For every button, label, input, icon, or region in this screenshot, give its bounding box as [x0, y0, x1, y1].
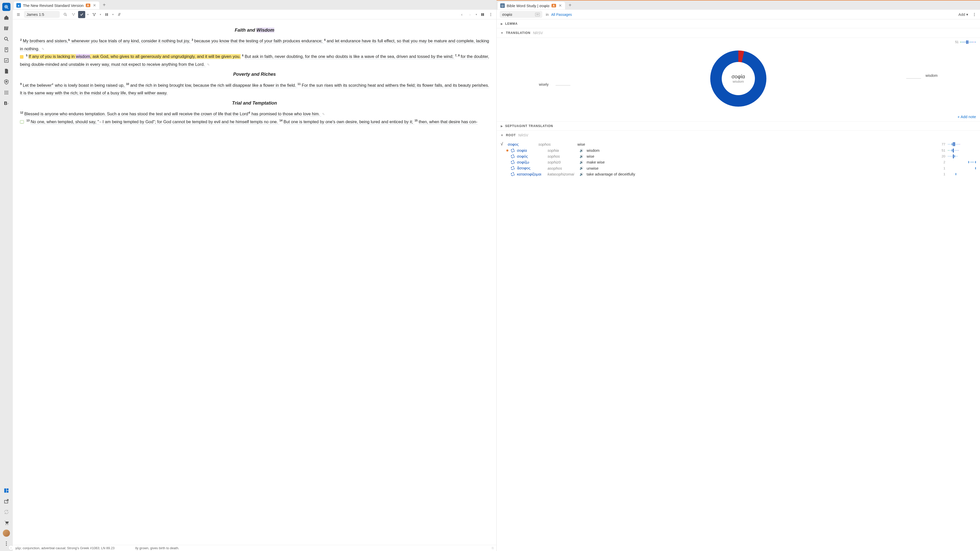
note-flag-icon[interactable]: [20, 55, 24, 59]
sync-icon[interactable]: [2, 508, 11, 516]
section-heading-1: Faith and Wisdom: [20, 26, 489, 35]
search-icon[interactable]: [2, 35, 11, 43]
user-avatar[interactable]: [3, 530, 10, 537]
reference-input[interactable]: James 1:5: [24, 11, 60, 18]
svg-point-8: [5, 91, 6, 92]
root-row[interactable]: σοφός sophos 🔊 wise 20: [501, 153, 976, 159]
check-caret[interactable]: ▾: [86, 13, 89, 16]
svg-point-42: [974, 15, 975, 16]
passages-link[interactable]: All Passages: [551, 13, 572, 17]
split-icon[interactable]: [479, 11, 486, 18]
branch-icon[interactable]: [91, 11, 98, 18]
svg-rect-3: [7, 26, 8, 30]
ring-icon: [511, 166, 514, 170]
tab-badge: A: [86, 3, 90, 7]
verse-paragraph-2[interactable]: 9 Let the believerc who is lowly boast i…: [20, 81, 489, 97]
svg-rect-20: [5, 500, 8, 503]
add-button[interactable]: Add ▾: [957, 12, 970, 17]
panel-menu-icon[interactable]: [15, 11, 22, 18]
donut-greek: σοφία: [732, 74, 745, 79]
svg-rect-18: [6, 489, 8, 490]
svg-point-12: [6, 92, 7, 93]
verse-paragraph-1[interactable]: 2 My brothers and sisters,b whenever you…: [20, 37, 489, 68]
apps-icon[interactable]: [2, 89, 11, 97]
visual-filter-icon[interactable]: [70, 11, 77, 18]
nav-caret[interactable]: ▾: [475, 13, 478, 16]
ring-icon: [511, 172, 514, 176]
sound-icon[interactable]: 🔊: [579, 149, 584, 152]
panel-more-icon[interactable]: [487, 11, 494, 18]
sound-icon[interactable]: 🔊: [579, 155, 584, 158]
sound-icon[interactable]: 🔊: [579, 160, 584, 164]
parallel-icon[interactable]: //: [116, 11, 123, 18]
panel-more-icon[interactable]: [971, 11, 978, 18]
app-logo-icon[interactable]: [2, 3, 11, 11]
left-toolbar: James 1:5 ▾ ▾ ▾ // ‹ › ▾: [13, 10, 496, 19]
bible-content: Faith and Wisdom 2 My brothers and siste…: [13, 19, 496, 551]
tab-close[interactable]: ✕: [92, 3, 97, 8]
blocked-icon[interactable]: [2, 78, 11, 86]
svg-point-14: [5, 94, 6, 95]
section-root[interactable]: ▼ ROOT NRSV: [496, 130, 980, 140]
svg-point-11: [5, 92, 6, 93]
root-row[interactable]: ἄσοφος asophos 🔊 unwise 1: [501, 165, 976, 171]
svg-point-22: [7, 524, 8, 525]
donut-label-wisely[interactable]: wisely: [539, 83, 549, 86]
verse-paragraph-3[interactable]: 12 Blessed is anyone who endures temptat…: [20, 110, 489, 125]
word-input[interactable]: σοφία⌨: [500, 11, 542, 18]
tasks-icon[interactable]: [2, 56, 11, 65]
columns-caret[interactable]: ▾: [111, 13, 115, 16]
add-tab[interactable]: +: [565, 2, 575, 8]
pen-icon[interactable]: ✎: [41, 47, 45, 51]
toolbar-search-icon[interactable]: [62, 11, 69, 18]
active-dot-icon: [506, 149, 508, 151]
study-icon: ◎: [500, 3, 505, 8]
comment-icon[interactable]: [20, 120, 24, 124]
sound-icon[interactable]: 🔊: [579, 172, 584, 176]
columns-icon[interactable]: [103, 11, 110, 18]
reference-icon[interactable]: [2, 46, 11, 54]
svg-point-30: [93, 13, 94, 14]
tab-nrsv[interactable]: ▲ The New Revised Standard Version A ✕: [14, 2, 99, 9]
root-list: √ σοφος sophos wise 77 σοφία sophia 🔊: [496, 140, 980, 180]
donut-label-wisdom[interactable]: wisdom: [926, 73, 938, 78]
bible-panel: ▲ The New Revised Standard Version A ✕ +…: [13, 0, 496, 551]
translation-donut[interactable]: wisely σοφία wisdom wisdom: [501, 40, 976, 117]
nav-back-icon[interactable]: ‹: [458, 11, 466, 18]
svg-point-23: [6, 541, 7, 543]
svg-point-10: [7, 91, 8, 92]
pen-icon-2[interactable]: ✎: [207, 63, 210, 67]
sound-icon[interactable]: 🔊: [579, 166, 584, 170]
inline-check-icon[interactable]: [78, 11, 85, 18]
branch-caret[interactable]: ▾: [99, 13, 102, 16]
tab-close[interactable]: ✕: [558, 3, 563, 8]
library-icon[interactable]: [2, 24, 11, 32]
document-icon[interactable]: [2, 67, 11, 75]
root-row[interactable]: √ σοφος sophos wise 77: [501, 141, 976, 148]
root-row[interactable]: σοφία sophia 🔊 wisdom 51: [501, 148, 976, 153]
keyboard-icon[interactable]: ⌨: [535, 13, 540, 16]
add-note-link[interactable]: + Add note: [958, 114, 976, 119]
section-translation[interactable]: ▼ TRANSLATION NRSV: [496, 28, 980, 38]
cart-icon[interactable]: [2, 519, 11, 527]
svg-point-4: [5, 37, 7, 40]
home-icon[interactable]: [2, 14, 11, 22]
right-tabbar: ◎ Bible Word Study | σοφία A ✕ +: [496, 0, 980, 10]
tab-word-study[interactable]: ◎ Bible Word Study | σοφία A ✕: [498, 2, 565, 10]
app-sidebar: B› ›: [0, 0, 13, 551]
root-row[interactable]: κατασοφίζομαι katasophizomai 🔊 take adva…: [501, 171, 976, 177]
donut-english: wisdom: [732, 79, 745, 83]
section-lemma[interactable]: ▶ LEMMA: [496, 19, 980, 28]
export-icon[interactable]: [2, 497, 11, 505]
root-row[interactable]: σοφίζω sophizō 🔊 make wise 2: [501, 159, 976, 165]
add-tab[interactable]: +: [99, 2, 110, 8]
svg-point-15: [6, 94, 7, 95]
nav-forward-icon[interactable]: ›: [466, 11, 474, 18]
section-septuagint[interactable]: ▶ SEPTUAGINT TRANSLATION: [496, 122, 980, 130]
svg-point-37: [490, 13, 491, 14]
layout-icon[interactable]: [2, 486, 11, 495]
pen-icon-3[interactable]: ✎: [322, 112, 325, 116]
tab-title: The New Revised Standard Version: [23, 3, 84, 8]
chevron-right-icon: ▶: [501, 124, 503, 128]
bold-button[interactable]: B›: [2, 99, 11, 107]
